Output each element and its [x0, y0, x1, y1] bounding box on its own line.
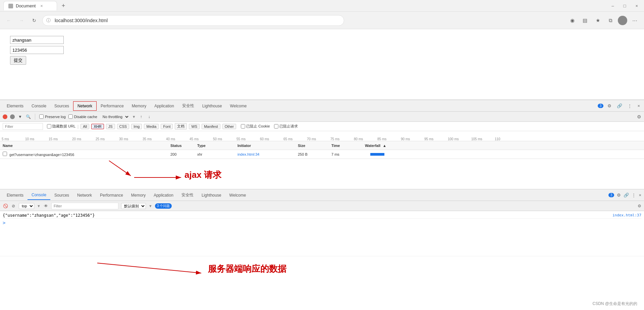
tab-lighthouse[interactable]: Lighthouse [198, 102, 226, 110]
tab-welcome[interactable]: Welcome [226, 102, 251, 110]
tab-title: Document [16, 3, 36, 8]
devtools-settings-icon[interactable]: ⚙ [606, 102, 613, 110]
console-tab-welcome[interactable]: Welcome [225, 191, 250, 200]
devtools-close-icon[interactable]: × [636, 102, 641, 110]
console-tab-memory[interactable]: Memory [127, 191, 150, 200]
console-tab-network[interactable]: Network [73, 191, 96, 200]
filter-all[interactable]: All [80, 124, 89, 129]
tab-close-button[interactable]: × [40, 3, 43, 8]
tab-elements[interactable]: Elements [3, 102, 28, 110]
browser-tab[interactable]: Document × [3, 1, 57, 10]
console-link-icon[interactable]: 🔗 [624, 193, 629, 198]
tab-console[interactable]: Console [28, 102, 50, 110]
col-header-initiator[interactable]: Initiator [237, 144, 298, 148]
console-output: {"username":"zhangsan","age":"123456"} [3, 213, 95, 218]
tab-performance[interactable]: Performance [97, 102, 128, 110]
record-button[interactable] [3, 114, 7, 119]
filter-ws[interactable]: WS [189, 124, 200, 129]
blocked-cookie-checkbox[interactable]: 已阻止 Cookie [241, 124, 270, 129]
refresh-button[interactable]: ↻ [30, 16, 39, 25]
console-tab-elements[interactable]: Elements [3, 191, 28, 200]
network-settings-icon[interactable]: ⚙ [637, 114, 641, 119]
clear-button[interactable] [10, 114, 15, 119]
maximize-button[interactable]: □ [621, 2, 629, 10]
filter-media[interactable]: Media [144, 124, 159, 129]
new-tab-button[interactable]: + [59, 1, 68, 10]
eye-icon[interactable]: 👁 [43, 203, 49, 209]
col-header-type[interactable]: Type [197, 144, 237, 148]
console-line-link[interactable]: index.html:37 [612, 213, 641, 217]
devtools-link-icon[interactable]: 🔗 [615, 102, 624, 110]
filter-font[interactable]: Font [161, 124, 173, 129]
filter-img[interactable]: Img [131, 124, 142, 129]
minimize-button[interactable]: – [609, 2, 616, 10]
filter-input[interactable] [3, 123, 43, 130]
browser-menu-icon[interactable]: ⋯ [629, 15, 640, 26]
hide-data-url-input[interactable] [47, 124, 51, 128]
col-header-status[interactable]: Status [170, 144, 197, 148]
console-tab-application[interactable]: Application [150, 191, 177, 200]
profile-avatar[interactable] [618, 16, 627, 25]
read-aloud-icon[interactable]: ◉ [567, 15, 578, 26]
devtools-more-icon[interactable]: ⋮ [626, 102, 633, 110]
preserve-log-input[interactable] [39, 114, 44, 119]
favorites-icon[interactable]: ★ [592, 15, 603, 26]
console-tab-sources[interactable]: Sources [50, 191, 73, 200]
console-more-icon[interactable]: ⋮ [632, 193, 636, 198]
col-header-name[interactable]: Name [3, 144, 170, 148]
blocked-request-input[interactable] [274, 124, 278, 128]
back-button[interactable]: ← [4, 16, 13, 25]
console-context-select[interactable]: top [19, 203, 34, 209]
row-checkbox[interactable] [3, 152, 7, 156]
console-tab-security[interactable]: 安全性 [177, 190, 198, 200]
export-har-icon[interactable]: ↓ [147, 114, 152, 119]
throttle-select[interactable]: No throttling [100, 114, 129, 120]
tab-application[interactable]: Application [150, 102, 178, 110]
tab-sources[interactable]: Sources [50, 102, 73, 110]
filter-manifest[interactable]: Manifest [202, 124, 220, 129]
console-gear-icon[interactable]: ⚙ [638, 204, 641, 208]
tab-network[interactable]: Network [73, 101, 97, 111]
col-header-waterfall[interactable]: Waterfall ▲ [365, 144, 641, 148]
password-input[interactable] [10, 46, 64, 54]
console-prompt[interactable]: > [3, 219, 641, 227]
tab-security[interactable]: 安全性 [178, 101, 198, 111]
disable-cache-checkbox[interactable]: Disable cache [68, 114, 97, 119]
filter-icon[interactable]: ▼ [17, 114, 23, 119]
blocked-request-checkbox[interactable]: 已阻止请求 [274, 124, 298, 129]
console-clear-icon[interactable]: 🚫 [3, 203, 8, 209]
console-level-select[interactable]: 默认级别 [121, 203, 146, 209]
forward-button[interactable]: → [17, 16, 26, 25]
preserve-log-checkbox[interactable]: Preserve log [39, 114, 66, 119]
blocked-cookie-input[interactable] [241, 124, 245, 128]
immersive-reader-icon[interactable]: ▤ [580, 15, 590, 26]
console-tab-performance[interactable]: Performance [96, 191, 127, 200]
col-header-size[interactable]: Size [298, 144, 331, 148]
console-close-icon[interactable]: × [639, 193, 641, 198]
tab-memory[interactable]: Memory [128, 102, 150, 110]
hide-data-url-checkbox[interactable]: 隐藏数据 URL [47, 124, 75, 129]
filter-css[interactable]: CSS [117, 124, 129, 129]
console-stop-icon[interactable]: ⊘ [11, 203, 16, 209]
table-row[interactable]: get?username=zhangsan&age=123456 200 xhr… [0, 150, 644, 159]
col-header-time[interactable]: Time [331, 144, 365, 148]
collections-icon[interactable]: ⧉ [605, 15, 616, 26]
filter-xhr[interactable]: XHR [91, 124, 104, 129]
filter-doc[interactable]: 文档 [175, 123, 187, 130]
console-settings-icon[interactable]: ⚙ [617, 193, 621, 198]
timeline-tick: 60 ms [260, 137, 269, 141]
console-tab-lighthouse[interactable]: Lighthouse [198, 191, 225, 200]
filter-js[interactable]: JS [106, 124, 115, 129]
submit-button[interactable]: 提交 [10, 56, 26, 65]
console-filter-input[interactable] [51, 203, 118, 209]
username-input[interactable] [10, 36, 64, 44]
disable-cache-input[interactable] [68, 114, 73, 119]
filter-other[interactable]: Other [222, 124, 236, 129]
timeline-tick: 55 ms [236, 137, 246, 141]
search-icon[interactable]: 🔍 [25, 114, 31, 119]
close-button[interactable]: × [633, 2, 641, 10]
address-input[interactable] [42, 15, 344, 26]
console-tab-console[interactable]: Console [28, 191, 50, 200]
initiator-link[interactable]: index.html:34 [237, 152, 259, 156]
import-har-icon[interactable]: ↑ [139, 114, 144, 119]
